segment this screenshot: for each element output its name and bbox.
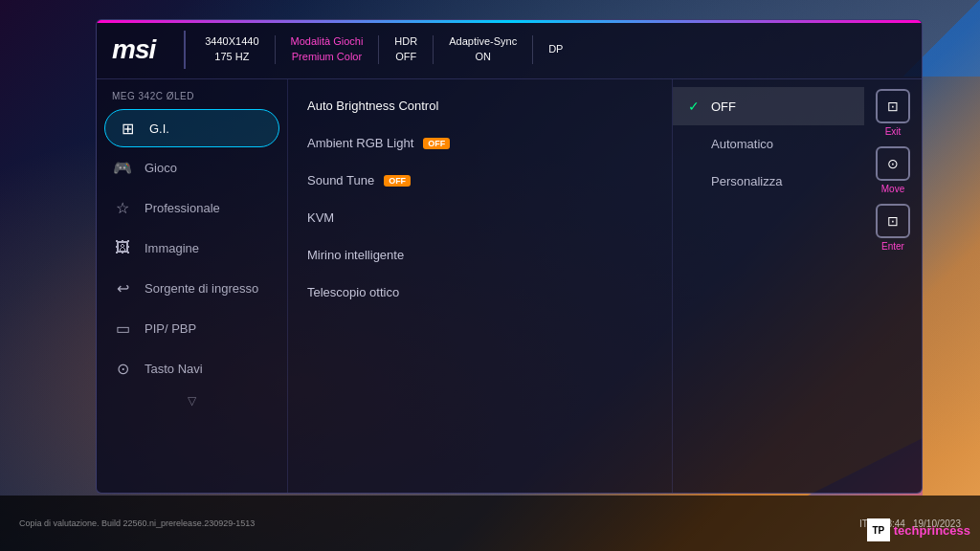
monitor-frame: msi 3440X1440 175 HZ Modalità Giochi Pre… xyxy=(0,0,980,551)
exit-button[interactable]: ⊡ Exit xyxy=(876,89,910,137)
middle-menu: Auto Brightness Control Ambient RGB Ligh… xyxy=(288,79,673,493)
option-automatico-label: Automatico xyxy=(711,137,773,151)
enter-button[interactable]: ⊡ Enter xyxy=(876,204,910,252)
move-label: Move xyxy=(881,184,904,194)
port-stat: DP xyxy=(548,42,563,56)
sep4 xyxy=(532,35,533,64)
watermark: TP techprincess xyxy=(867,518,970,541)
auto-brightness-label: Auto Brightness Control xyxy=(307,99,438,113)
sep2 xyxy=(378,35,379,64)
nav-chevron: ▽ xyxy=(97,388,287,413)
sidebar-professionale-label: Professionale xyxy=(145,201,220,215)
menu-item-sound-tune[interactable]: Sound Tune OFF xyxy=(288,162,672,199)
msi-logo: msi xyxy=(112,34,155,65)
menu-item-ambient-rgb[interactable]: Ambient RGB Light OFF xyxy=(288,124,672,162)
top-info: 3440X1440 175 HZ Modalità Giochi Premium… xyxy=(205,34,906,64)
option-personalizza-label: Personalizza xyxy=(711,174,782,188)
mirino-label: Mirino intelligente xyxy=(307,248,404,262)
sidebar-gioco-label: Gioco xyxy=(145,161,177,175)
move-button[interactable]: ⊙ Move xyxy=(876,146,910,194)
taskbar: Copia di valutazione. Build 22560.ni_pre… xyxy=(0,496,980,551)
telescopio-label: Telescopio ottico xyxy=(307,285,399,299)
controls-panel: ⊡ Exit ⊙ Move ⊡ Enter xyxy=(864,79,922,493)
sidebar-tasto-label: Tasto Navi xyxy=(145,362,203,376)
sidebar-pip-label: PIP/ PBP xyxy=(145,321,196,336)
sidebar-immagine-label: Immagine xyxy=(145,241,199,255)
exit-icon: ⊡ xyxy=(876,89,910,123)
menu-item-mirino[interactable]: Mirino intelligente xyxy=(288,236,672,274)
kvm-label: KVM xyxy=(307,210,334,225)
mode-stat: Modalità Giochi Premium Color xyxy=(291,34,364,64)
menu-item-kvm[interactable]: KVM xyxy=(288,199,672,236)
resolution-stat: 3440X1440 175 HZ xyxy=(205,34,258,64)
option-off-label: OFF xyxy=(711,99,736,114)
exit-label: Exit xyxy=(885,126,902,137)
sync-stat: Adaptive-Sync ON xyxy=(449,34,517,64)
gi-icon: ⊞ xyxy=(117,118,138,139)
professionale-icon: ☆ xyxy=(112,197,133,218)
option-off[interactable]: ✓ OFF xyxy=(673,87,864,125)
highlight-bar xyxy=(97,20,922,23)
sidebar-sorgente-label: Sorgente di ingresso xyxy=(145,281,258,296)
eval-text: Copia di valutazione. Build 22560.ni_pre… xyxy=(19,518,255,528)
gioco-icon: 🎮 xyxy=(112,157,133,178)
tasto-icon: ⊙ xyxy=(112,358,133,379)
sidebar-item-tasto[interactable]: ⊙ Tasto Navi xyxy=(97,348,287,388)
top-bar: msi 3440X1440 175 HZ Modalità Giochi Pre… xyxy=(97,20,922,79)
sidebar-gi-label: G.I. xyxy=(149,121,169,136)
sound-tune-label: Sound Tune xyxy=(307,173,374,187)
watermark-icon: TP xyxy=(867,518,890,541)
sorgente-icon: ↩ xyxy=(112,277,133,298)
check-mark: ✓ xyxy=(688,99,703,114)
hdr-stat: HDR OFF xyxy=(394,34,417,64)
immagine-icon: 🖼 xyxy=(112,237,133,258)
enter-label: Enter xyxy=(881,241,904,252)
menu-item-auto-brightness[interactable]: Auto Brightness Control xyxy=(288,87,672,124)
enter-icon: ⊡ xyxy=(876,204,910,238)
option-automatico[interactable]: Automatico xyxy=(673,125,864,163)
sidebar: MEG 342C ØLED ⊞ G.I. 🎮 Gioco ☆ Professio… xyxy=(97,79,288,493)
model-label: MEG 342C ØLED xyxy=(97,89,287,109)
move-icon: ⊙ xyxy=(876,146,910,181)
pip-icon: ▭ xyxy=(112,318,133,339)
watermark-text: techprincess xyxy=(894,523,970,538)
osd-panel: msi 3440X1440 175 HZ Modalità Giochi Pre… xyxy=(96,19,923,494)
sep3 xyxy=(433,35,434,64)
option-personalizza[interactable]: Personalizza xyxy=(673,163,864,200)
sidebar-item-gi[interactable]: ⊞ G.I. xyxy=(104,109,279,147)
menu-item-telescopio[interactable]: Telescopio ottico xyxy=(288,274,672,311)
sidebar-item-gioco[interactable]: 🎮 Gioco xyxy=(97,147,287,187)
sep1 xyxy=(275,35,276,64)
sidebar-item-pip[interactable]: ▭ PIP/ PBP xyxy=(97,308,287,348)
right-options-panel: ✓ OFF Automatico Personalizza xyxy=(673,79,864,493)
content-area: MEG 342C ØLED ⊞ G.I. 🎮 Gioco ☆ Professio… xyxy=(97,79,922,493)
sidebar-item-immagine[interactable]: 🖼 Immagine xyxy=(97,228,287,268)
sound-tune-badge: OFF xyxy=(384,175,411,187)
sidebar-item-sorgente[interactable]: ↩ Sorgente di ingresso xyxy=(97,268,287,308)
sidebar-item-professionale[interactable]: ☆ Professionale xyxy=(97,187,287,228)
ambient-rgb-badge: OFF xyxy=(423,138,450,149)
ambient-rgb-label: Ambient RGB Light xyxy=(307,136,413,150)
top-divider xyxy=(184,31,186,69)
